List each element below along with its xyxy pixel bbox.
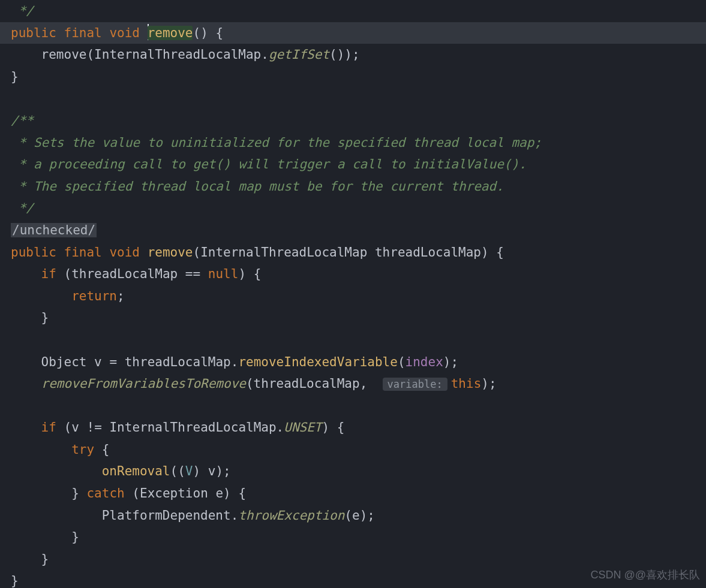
punct: . [277, 420, 284, 435]
var: v [71, 420, 79, 435]
arg: index [405, 355, 443, 369]
keyword: public [11, 245, 56, 260]
punct: ( [170, 464, 178, 478]
var: threadLocalMap [71, 267, 178, 281]
method-call: onRemoval [102, 464, 170, 478]
blank-line [11, 395, 706, 417]
blank-line [11, 329, 706, 351]
keyword: public [11, 26, 56, 40]
function-name: remove [148, 245, 193, 260]
keyword: if [41, 267, 56, 281]
static-call: removeFromVariablesToRemove [41, 376, 246, 391]
punct: ) [481, 376, 489, 391]
var: v [208, 464, 216, 478]
fold-marker[interactable]: /unchecked/ [11, 223, 97, 237]
arg: e [352, 508, 360, 523]
brace: } [71, 486, 79, 500]
punct: ) [360, 508, 368, 523]
punct: ) [215, 464, 223, 478]
brace: { [102, 442, 110, 457]
punct: ) [344, 47, 352, 62]
static-call: throwException [238, 508, 344, 523]
keyword: void [109, 245, 140, 260]
punct: ) [322, 420, 329, 435]
punct: ( [178, 464, 185, 478]
brace: } [11, 70, 19, 84]
keyword: final [64, 26, 102, 40]
keyword: void [109, 26, 140, 40]
punct: . [231, 508, 239, 523]
brace: } [71, 530, 79, 544]
punct: ( [86, 47, 94, 62]
type: Object [41, 355, 87, 369]
const: UNSET [284, 420, 322, 435]
punct: ( [64, 420, 72, 435]
watermark-text: CSDN @@喜欢排长队 [590, 566, 700, 585]
param-type: InternalThreadLocalMap [200, 245, 367, 260]
static-call: getIfSet [269, 47, 329, 62]
brace: } [11, 574, 19, 588]
keyword: final [64, 245, 102, 260]
comma: , [360, 376, 368, 391]
keyword: try [71, 442, 94, 457]
code-line: * Sets the value to uninitialized for th… [11, 132, 706, 154]
code-line: } [11, 66, 706, 88]
code-line: */ [11, 197, 706, 219]
punct: ) [200, 26, 208, 40]
punct: ) [223, 486, 231, 500]
this-keyword: this [451, 376, 482, 391]
comment-open: /** [11, 113, 34, 128]
semi: ; [450, 355, 458, 369]
punct: ( [193, 245, 200, 260]
brace: { [215, 26, 223, 40]
keyword: if [41, 420, 56, 435]
op: = [109, 355, 117, 369]
punct: () [329, 47, 344, 62]
punct: . [261, 47, 269, 62]
code-line: } catch (Exception e) { [11, 483, 706, 505]
type: InternalThreadLocalMap [109, 420, 276, 435]
punct: ) [193, 464, 200, 478]
comment-text: */ [11, 4, 34, 18]
op: == [185, 267, 200, 281]
arg: threadLocalMap [254, 376, 360, 391]
code-line: try { [11, 439, 706, 461]
brace: } [41, 552, 49, 566]
brace: { [238, 486, 246, 500]
code-line: /unchecked/ [11, 219, 706, 242]
brace: { [337, 420, 345, 435]
type: InternalThreadLocalMap [94, 47, 261, 62]
semi: ; [367, 508, 375, 523]
punct: ( [398, 355, 405, 369]
function-name: remove [148, 26, 193, 40]
keyword: return [71, 289, 117, 303]
generic-type: V [185, 464, 193, 478]
punct: ( [64, 267, 72, 281]
null-keyword: null [208, 267, 239, 281]
method-call: removeIndexedVariable [238, 355, 398, 369]
call: remove [41, 47, 87, 62]
punct: ( [246, 376, 254, 391]
param-name: threadLocalMap [375, 245, 481, 260]
blank-line [11, 88, 706, 110]
punct: ( [132, 486, 140, 500]
code-line: if (threadLocalMap == null) { [11, 263, 706, 285]
ex-type: Exception [140, 486, 208, 500]
op: != [87, 420, 102, 435]
type: PlatformDependent [102, 508, 231, 523]
code-line: Object v = threadLocalMap.removeIndexedV… [11, 351, 706, 373]
ex-name: e [215, 486, 223, 500]
inlay-hint: variable: [383, 378, 447, 391]
comment-close: */ [11, 201, 34, 215]
code-line-highlighted: public final void remove() { [0, 22, 706, 44]
comment-text: * Sets the value to uninitialized for th… [11, 135, 542, 150]
code-line: * The specified thread local map must be… [11, 176, 706, 198]
code-line: /** [11, 110, 706, 132]
code-line: removeFromVariablesToRemove(threadLocalM… [11, 373, 706, 395]
punct: ) [481, 245, 489, 260]
code-editor[interactable]: */ public final void remove() { remove(I… [0, 0, 706, 588]
code-line: } [11, 526, 706, 548]
semi: ; [489, 376, 497, 391]
code-line: return; [11, 285, 706, 307]
semi: ; [117, 289, 125, 303]
